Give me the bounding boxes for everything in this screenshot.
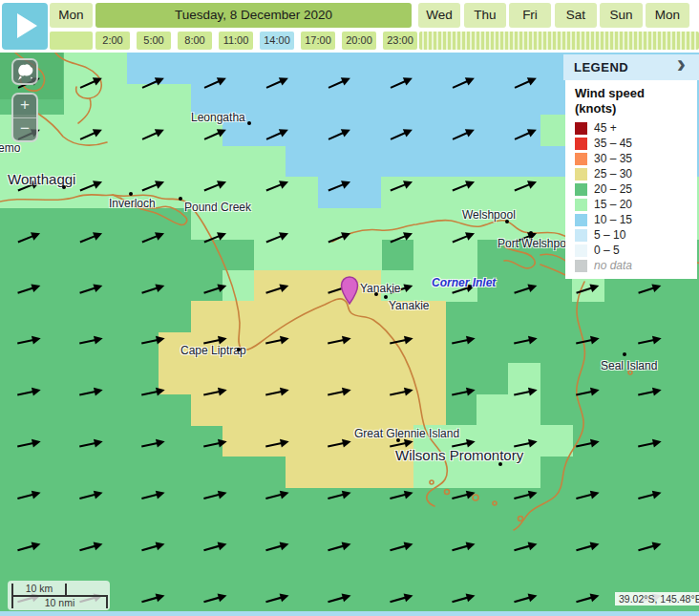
- wind-arrow-icon: [634, 434, 665, 455]
- legend-entry-label: 20 – 25: [594, 182, 632, 196]
- wind-arrow-icon: [510, 124, 540, 145]
- place-label-great-glennie-island: Great Glennie Island: [354, 427, 459, 440]
- zoom-out-button[interactable]: −: [13, 118, 36, 141]
- day-tab-selected-date[interactable]: Tuesday, 8 December 2020: [95, 3, 412, 28]
- location-pin-marker[interactable]: [340, 276, 359, 305]
- time-tab-800[interactable]: 8:00: [178, 32, 212, 50]
- wind-arrow-icon: [13, 279, 44, 300]
- legend-entry: 25 – 30: [575, 166, 697, 181]
- island-dot: [493, 501, 497, 505]
- legend-entry-label: 15 – 20: [594, 198, 632, 211]
- legend-swatch: [575, 183, 587, 196]
- wind-arrow-icon: [262, 485, 292, 506]
- place-dot: [62, 185, 66, 189]
- wind-arrow-icon: [448, 227, 478, 248]
- time-tab-2300[interactable]: 23:00: [383, 32, 417, 50]
- legend-entry: 45 +: [575, 120, 697, 136]
- day-tab-mon-0[interactable]: Mon: [50, 3, 93, 28]
- day-tab-mon-7[interactable]: Mon: [646, 3, 689, 28]
- wind-arrow-icon: [634, 485, 665, 506]
- day-tab-sun-6[interactable]: Sun: [600, 3, 643, 28]
- wind-arrow-icon: [262, 227, 292, 248]
- place-label-wonthaggi: Wonthaggi: [8, 171, 75, 187]
- time-tab-500[interactable]: 5:00: [137, 32, 171, 50]
- legend-swatch: [575, 244, 587, 257]
- legend-heading-line1: Wind speed: [575, 86, 697, 101]
- wind-arrow-icon: [75, 227, 106, 248]
- day-tab-thu-3[interactable]: Thu: [464, 3, 506, 28]
- wind-arrow-icon: [386, 227, 416, 248]
- time-tab-1400-selected[interactable]: 14:00: [260, 32, 294, 50]
- place-dot: [396, 438, 400, 442]
- wind-arrow-icon: [138, 227, 168, 248]
- wind-arrow-icon: [200, 434, 230, 455]
- wind-arrow-icon: [262, 382, 292, 403]
- zoom-in-button[interactable]: +: [13, 95, 36, 118]
- wind-arrow-icon: [138, 588, 168, 609]
- place-label-port-welshpool: Port Welshpool: [498, 237, 575, 250]
- wind-arrow-icon: [634, 279, 665, 300]
- place-label-yanakie: Yanakie: [360, 282, 400, 295]
- legend-entries: 45 +35 – 4530 – 3525 – 3020 – 2515 – 201…: [575, 120, 697, 273]
- time-tab-200[interactable]: 2:00: [95, 32, 130, 50]
- legend-swatch: [575, 229, 587, 242]
- play-button[interactable]: [2, 3, 48, 50]
- place-dot: [505, 220, 509, 223]
- wind-arrow-icon: [200, 176, 230, 197]
- wind-arrow-icon: [324, 485, 354, 506]
- legend-entry-label: no data: [594, 259, 632, 272]
- chevron-right-icon[interactable]: ›: [677, 53, 686, 79]
- island-dot: [519, 517, 523, 521]
- time-tab-1700[interactable]: 17:00: [301, 32, 335, 50]
- timeline-stripes[interactable]: [419, 32, 699, 50]
- wind-arrow-icon: [138, 279, 168, 300]
- legend-entry-label: 35 – 45: [594, 137, 632, 150]
- legend-swatch: [575, 122, 587, 135]
- wind-arrow-icon: [200, 279, 230, 300]
- wind-arrow-icon: [138, 537, 168, 558]
- legend-header[interactable]: LEGEND ›: [563, 54, 699, 80]
- time-tab-2000[interactable]: 20:00: [342, 32, 376, 50]
- wind-arrow-icon: [386, 330, 416, 351]
- wind-arrow-icon: [75, 279, 106, 300]
- wind-arrow-icon: [13, 330, 44, 351]
- wind-arrow-icon: [262, 124, 292, 145]
- wind-arrow-icon: [386, 485, 416, 506]
- australia-locator-button[interactable]: [11, 58, 38, 85]
- wind-arrow-icon: [75, 330, 106, 351]
- wind-arrow-icon: [386, 176, 416, 197]
- bottom-strip: [0, 611, 699, 616]
- legend-title: LEGEND: [574, 60, 628, 74]
- wind-arrow-icon: [510, 485, 540, 506]
- place-label-pound-creek: Pound Creek: [184, 201, 251, 214]
- place-label-yanakie: Yanakie: [389, 299, 429, 312]
- wind-arrow-icon: [75, 124, 106, 145]
- wind-arrow-icon: [634, 537, 665, 558]
- wind-arrow-icon: [200, 124, 230, 145]
- place-dot: [498, 462, 502, 466]
- day-tab-wed-2[interactable]: Wed: [418, 3, 460, 28]
- time-tab-1100[interactable]: 11:00: [219, 32, 253, 50]
- place-label-inverloch: Inverloch: [109, 197, 156, 210]
- wind-arrow-icon: [138, 485, 168, 506]
- legend-swatch: [575, 168, 587, 181]
- place-label-emo: emo: [0, 141, 20, 155]
- day-tab-fri-4[interactable]: Fri: [509, 3, 551, 28]
- wind-arrow-icon: [200, 485, 230, 506]
- wind-arrow-icon: [572, 434, 603, 455]
- legend-entry-label: 30 – 35: [594, 152, 632, 165]
- wind-arrow-icon: [200, 227, 230, 248]
- legend-entry-label: 45 +: [594, 121, 617, 135]
- place-dot: [384, 295, 388, 299]
- day-tab-sat-5[interactable]: Sat: [555, 3, 597, 28]
- date-time-bar: MonTuesday, 8 December 2020WedThuFriSatS…: [0, 0, 699, 53]
- map-viewport[interactable]: LeongathaemoWonthaggiInverlochPound Cree…: [0, 53, 699, 611]
- place-dot: [623, 352, 626, 356]
- legend-entry: 10 – 15: [575, 212, 697, 227]
- wind-arrow-icon: [138, 124, 168, 145]
- wind-arrow-icon: [510, 382, 540, 403]
- legend-swatch: [575, 260, 587, 272]
- legend-heading-line2: (knots): [575, 101, 697, 117]
- map-scale-bar: 10 km 10 nmi: [8, 581, 110, 610]
- wind-arrow-icon: [510, 537, 540, 558]
